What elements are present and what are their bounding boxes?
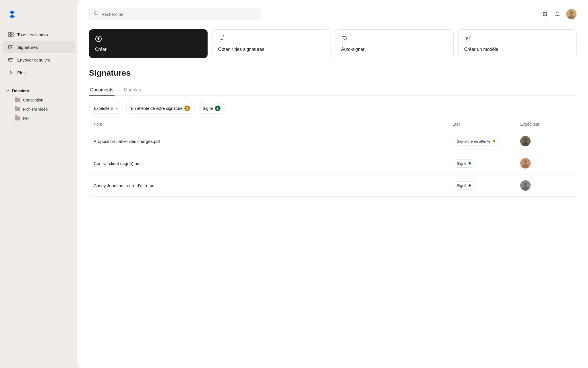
filters: Expéditeur En attente de votre signature… bbox=[89, 103, 577, 114]
search-bar[interactable] bbox=[89, 8, 261, 20]
doc-name: Contrat client (signé).pdf bbox=[94, 161, 448, 166]
folder-label: Fichiers vidéo bbox=[23, 107, 48, 112]
signe-badge: 2 bbox=[215, 106, 220, 111]
send-icon bbox=[8, 57, 14, 63]
chevron-right-icon bbox=[8, 70, 14, 75]
col-header-etat: État bbox=[452, 122, 516, 126]
dossiers-label: Dossiers bbox=[12, 89, 29, 93]
status-dot-orange bbox=[493, 140, 495, 142]
table-header: Nom État Expéditeur bbox=[89, 122, 577, 130]
documents-table: Nom État Expéditeur Proposition cahier d… bbox=[89, 122, 577, 197]
svg-point-13 bbox=[546, 12, 547, 13]
page-title: Signatures bbox=[89, 68, 577, 78]
status-badge: Signé bbox=[452, 159, 475, 168]
svg-rect-3 bbox=[9, 35, 11, 37]
get-signatures-label: Obtenir des signatures bbox=[218, 47, 325, 52]
svg-point-15 bbox=[544, 14, 546, 15]
status-label: Signé bbox=[457, 161, 466, 166]
auto-sign-label: Auto-signer bbox=[341, 47, 448, 52]
dossiers-section-header[interactable]: Dossiers bbox=[0, 84, 78, 95]
svg-point-18 bbox=[544, 15, 546, 16]
svg-rect-26 bbox=[219, 36, 223, 41]
en-attente-label: En attente de votre signature bbox=[131, 106, 183, 111]
folder-item-rh[interactable]: RH bbox=[2, 114, 75, 123]
main-content: Créer Obtenir des signatures bbox=[78, 0, 588, 368]
svg-point-39 bbox=[524, 160, 527, 164]
doc-name: Proposition cahier des charges.pdf bbox=[94, 139, 448, 144]
folder-label: Conception bbox=[23, 98, 43, 102]
en-attente-filter[interactable]: En attente de votre signature 1 bbox=[126, 103, 195, 114]
sidebar-item-label: Signatures bbox=[17, 45, 38, 50]
svg-point-11 bbox=[543, 12, 544, 13]
table-row[interactable]: Casey Johnson Lettre d'offre.pdf Signé bbox=[89, 175, 577, 197]
auto-sign-card[interactable]: Auto-signer bbox=[335, 29, 454, 58]
sidebar-item-all-files[interactable]: Tous les fichiers bbox=[2, 29, 75, 40]
auto-sign-icon bbox=[341, 35, 448, 44]
chevron-down-icon bbox=[115, 107, 118, 110]
svg-rect-2 bbox=[11, 32, 13, 34]
notification-bell-icon[interactable] bbox=[554, 10, 562, 18]
status-label: Signature en attente bbox=[457, 139, 490, 143]
sender-avatar bbox=[520, 158, 531, 168]
doc-sign-icon bbox=[218, 35, 325, 44]
signe-label: Signé bbox=[203, 106, 213, 111]
svg-point-21 bbox=[570, 11, 573, 15]
search-input[interactable] bbox=[101, 12, 256, 17]
sidebar-item-signatures[interactable]: Signatures bbox=[2, 41, 75, 53]
sender-avatar bbox=[520, 136, 531, 146]
folder-item-conception[interactable]: Conception bbox=[2, 95, 75, 105]
svg-rect-1 bbox=[9, 32, 11, 34]
status-label: Signé bbox=[457, 183, 466, 188]
svg-point-36 bbox=[524, 138, 527, 141]
sidebar-item-label: Plus bbox=[17, 70, 26, 75]
user-avatar[interactable] bbox=[566, 9, 577, 19]
svg-point-42 bbox=[524, 182, 527, 186]
svg-marker-0 bbox=[9, 10, 15, 19]
folder-icon bbox=[15, 98, 20, 102]
en-attente-badge: 1 bbox=[184, 106, 190, 111]
folder-label: RH bbox=[23, 116, 29, 121]
sidebar-item-label: Envoyer et suivre bbox=[17, 57, 51, 62]
svg-point-12 bbox=[544, 12, 546, 13]
doc-name: Casey Johnson Lettre d'offre.pdf bbox=[94, 183, 448, 188]
expediteur-filter[interactable]: Expéditeur bbox=[89, 103, 123, 114]
folder-icon bbox=[15, 107, 20, 111]
header bbox=[89, 8, 577, 20]
sidebar-item-send-track[interactable]: Envoyer et suivre bbox=[2, 54, 75, 66]
signature-icon bbox=[8, 44, 14, 50]
signe-filter[interactable]: Signé 2 bbox=[198, 103, 225, 114]
table-row[interactable]: Contrat client (signé).pdf Signé bbox=[89, 152, 577, 175]
search-icon bbox=[94, 11, 98, 17]
table-row[interactable]: Proposition cahier des charges.pdf Signa… bbox=[89, 130, 577, 152]
status-badge: Signé bbox=[452, 181, 475, 190]
action-cards: Créer Obtenir des signatures bbox=[89, 29, 577, 58]
col-header-expediteur: Expéditeur bbox=[520, 122, 572, 126]
sidebar-item-more[interactable]: Plus bbox=[2, 67, 75, 78]
folder-icon bbox=[15, 116, 20, 120]
folder-item-fichiers-video[interactable]: Fichiers vidéo bbox=[2, 105, 75, 114]
status-dot-green bbox=[469, 162, 471, 164]
sidebar: Tous les fichiers Signatures Envoyer et … bbox=[0, 0, 78, 368]
logo[interactable] bbox=[0, 7, 78, 28]
grid-icon bbox=[8, 32, 14, 37]
svg-line-6 bbox=[12, 45, 13, 46]
sender-avatar bbox=[520, 180, 531, 191]
apps-grid-icon[interactable] bbox=[541, 10, 549, 18]
create-label: Créer bbox=[95, 47, 202, 52]
svg-point-9 bbox=[94, 12, 97, 15]
tab-modeles[interactable]: Modèles bbox=[123, 85, 142, 96]
header-actions bbox=[541, 9, 577, 19]
get-signatures-card[interactable]: Obtenir des signatures bbox=[212, 29, 331, 58]
tab-documents[interactable]: Documents bbox=[89, 85, 115, 96]
svg-point-14 bbox=[543, 14, 544, 15]
create-template-card[interactable]: Créer un modèle bbox=[458, 29, 577, 58]
svg-line-10 bbox=[97, 14, 98, 16]
plus-icon bbox=[95, 35, 202, 44]
svg-point-19 bbox=[546, 15, 547, 16]
status-dot-green bbox=[469, 184, 471, 187]
svg-rect-4 bbox=[11, 35, 13, 37]
tabs: Documents Modèles bbox=[89, 85, 577, 96]
svg-point-17 bbox=[543, 15, 544, 16]
sidebar-item-label: Tous les fichiers bbox=[17, 32, 48, 37]
create-card[interactable]: Créer bbox=[89, 29, 208, 58]
